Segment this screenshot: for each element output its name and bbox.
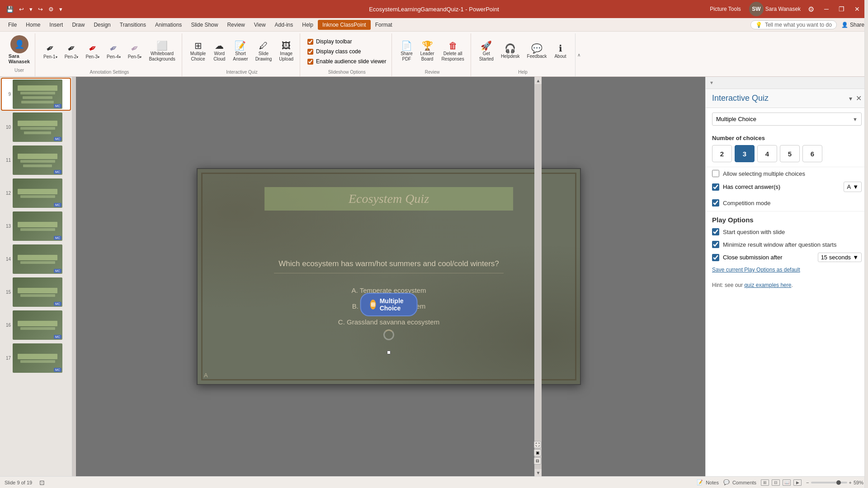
app-title: EcosystemLearningGameandQuiz-1 - PowerPo…: [369, 6, 499, 13]
notes-button[interactable]: 📝 Notes: [697, 479, 719, 485]
reading-view-btn[interactable]: 📖: [783, 479, 791, 486]
get-started-button[interactable]: 🚀 GetStarted: [476, 39, 496, 64]
menu-format[interactable]: Format: [371, 20, 397, 30]
slide-thumb-14[interactable]: 14 MC: [2, 244, 70, 275]
customize-icon[interactable]: ⚙: [47, 5, 56, 14]
close-submission-checkbox[interactable]: [712, 254, 719, 261]
slide-view-icon[interactable]: ⊡: [39, 479, 45, 486]
tell-me-box[interactable]: 💡 Tell me what you want to do: [750, 20, 837, 29]
short-answer-button[interactable]: 📝 ShortAnswer: [230, 39, 250, 64]
has-correct-checkbox[interactable]: [712, 183, 719, 191]
slide-thumb-11[interactable]: 11 MC: [2, 145, 70, 176]
quiz-type-dropdown[interactable]: Multiple Choice Word Cloud Short Answer …: [712, 113, 862, 126]
undo-icon[interactable]: ↩: [17, 5, 26, 14]
handle-br[interactable]: [387, 351, 391, 354]
menu-home[interactable]: Home: [21, 20, 45, 30]
choice-5-btn[interactable]: 5: [780, 145, 800, 162]
close-btn[interactable]: ✕: [851, 5, 863, 13]
slide-thumb-9[interactable]: 9 MC: [2, 79, 70, 110]
panel-dropdown-arrow-header[interactable]: ▾: [849, 95, 852, 102]
menu-file[interactable]: File: [4, 20, 21, 30]
enable-audience-checkbox[interactable]: Enable audience slide viewer: [306, 57, 388, 66]
panel-close-btn[interactable]: ✕: [856, 94, 862, 103]
more-icon[interactable]: ▾: [57, 5, 64, 14]
pen-2-button[interactable]: ✒ Pen-2▾: [62, 42, 81, 61]
menu-help[interactable]: Help: [297, 20, 318, 30]
zoom-slider[interactable]: [811, 482, 847, 483]
pen-3-button[interactable]: ✒ Pen-3▾: [83, 42, 102, 61]
scroll-down-btn[interactable]: ▼: [535, 469, 542, 476]
quiz-type-select[interactable]: Multiple Choice Word Cloud Short Answer: [712, 113, 849, 125]
slide-thumb-16[interactable]: 16 MC: [2, 310, 70, 341]
slide-thumb-15[interactable]: 15 MC: [2, 277, 70, 308]
menu-transitions[interactable]: Transitions: [115, 20, 151, 30]
slide-drawing-button[interactable]: 🖊 SlideDrawing: [253, 39, 275, 64]
slide-sorter-btn[interactable]: ⊟: [772, 479, 780, 486]
menu-animations[interactable]: Animations: [151, 20, 186, 30]
delete-responses-button[interactable]: 🗑 Delete allResponses: [439, 39, 467, 64]
restore-btn[interactable]: ❐: [835, 5, 848, 13]
fit-to-window-btn[interactable]: ⛶: [534, 441, 541, 448]
zoom-thumb[interactable]: [836, 480, 841, 485]
whiteboard-button[interactable]: ⬜ WhiteboardBackgrounds: [146, 39, 178, 64]
minimize-btn[interactable]: ─: [821, 5, 832, 13]
redo-icon[interactable]: ↪: [36, 5, 45, 14]
share-button[interactable]: 👤 Share: [841, 22, 864, 28]
correct-answer-select[interactable]: A ▼: [844, 182, 862, 192]
display-toolbar-checkbox[interactable]: Display toolbar: [306, 38, 388, 46]
pen-5-button[interactable]: ✒ Pen-5▾: [125, 42, 145, 61]
helpdesk-button[interactable]: 🎧 Helpdesk: [498, 42, 523, 61]
seconds-dropdown[interactable]: 15 seconds ▼: [818, 253, 862, 262]
menu-addins[interactable]: Add-ins: [270, 20, 298, 30]
save-default-link[interactable]: Save current Play Options as default: [706, 264, 868, 277]
scroll-up-btn[interactable]: ▲: [535, 77, 542, 84]
menu-classpoint[interactable]: Inknoe ClassPoint: [318, 20, 371, 30]
word-cloud-button[interactable]: ☁ WordCloud: [210, 39, 228, 64]
canvas-left-scroll[interactable]: [72, 77, 76, 476]
leaderboard-button[interactable]: 🏆 LeaderBoard: [417, 39, 437, 64]
multiple-choice-button[interactable]: ⊞ MultipleChoice: [188, 39, 208, 64]
choice-3-btn[interactable]: 3: [735, 145, 755, 162]
fit-to-width-btn[interactable]: ⊟: [534, 457, 541, 465]
normal-view-btn[interactable]: ⊞: [761, 479, 769, 486]
slide-thumb-17[interactable]: 17 MC: [2, 343, 70, 374]
save-icon[interactable]: 💾: [5, 5, 15, 14]
minimize-result-checkbox[interactable]: [712, 241, 719, 248]
pen-4-button[interactable]: ✒ Pen-4▾: [104, 42, 123, 61]
menu-review[interactable]: Review: [222, 20, 249, 30]
slide-img-13: MC: [13, 211, 62, 241]
display-class-code-checkbox[interactable]: Display class code: [306, 47, 388, 56]
panel-collapse-arrow[interactable]: ▾: [710, 80, 713, 86]
share-pdf-button[interactable]: 📄 SharePDF: [397, 39, 415, 64]
feedback-button[interactable]: 💬 Feedback: [524, 42, 550, 61]
annotation-label: Annotation Settings: [90, 70, 129, 76]
allow-multiple-checkbox[interactable]: [712, 170, 719, 177]
menu-view[interactable]: View: [250, 20, 270, 30]
start-with-slide-checkbox[interactable]: [712, 228, 719, 235]
choice-2-btn[interactable]: 2: [712, 145, 732, 162]
window-settings-icon[interactable]: ⚙: [804, 5, 818, 14]
image-upload-button[interactable]: 🖼 ImageUpload: [276, 39, 296, 64]
choice-4-btn[interactable]: 4: [757, 145, 777, 162]
menu-insert[interactable]: Insert: [45, 20, 67, 30]
zoom-plus-btn[interactable]: +: [849, 480, 852, 485]
slide-thumb-12[interactable]: 12 MC: [2, 178, 70, 209]
menu-slideshow[interactable]: Slide Show: [186, 20, 222, 30]
right-panel-scrollbar[interactable]: [864, 77, 868, 476]
undo-dropdown[interactable]: ▾: [28, 5, 34, 14]
ribbon-collapse-button[interactable]: ∧: [575, 33, 582, 76]
slideshow-btn[interactable]: ▶: [793, 479, 802, 486]
competition-checkbox[interactable]: [712, 199, 719, 206]
pen-1-button[interactable]: ✒ Pen-1▾: [41, 42, 60, 61]
fit-to-slide-btn[interactable]: ▣: [534, 449, 541, 456]
slide-thumb-13[interactable]: 13 MC: [2, 211, 70, 242]
zoom-minus-btn[interactable]: −: [806, 480, 809, 485]
menu-design[interactable]: Design: [89, 20, 115, 30]
menu-draw[interactable]: Draw: [67, 20, 89, 30]
slide-thumb-10[interactable]: 10 MC: [2, 112, 70, 143]
review-label: Review: [425, 70, 440, 76]
hint-link[interactable]: quiz examples here: [744, 282, 791, 288]
comments-button[interactable]: 💬 Comments: [723, 479, 756, 485]
about-button[interactable]: ℹ About: [552, 42, 570, 61]
choice-6-btn[interactable]: 6: [802, 145, 822, 162]
